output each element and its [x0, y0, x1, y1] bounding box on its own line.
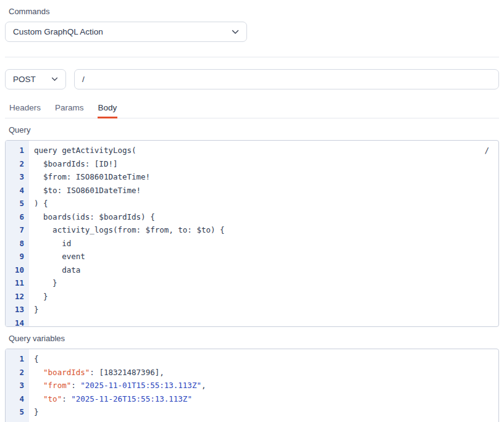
commands-label: Commands: [9, 7, 499, 17]
editor-overlay-slash: /: [484, 144, 489, 157]
line-number-gutter: 12345: [6, 349, 29, 422]
code-line: boards(ids: $boardIds) {: [34, 210, 498, 224]
line-number: 6: [6, 210, 24, 224]
line-number: 7: [6, 223, 24, 237]
query-variables-content[interactable]: { "boardIds": [18321487396], "from": "20…: [29, 349, 498, 422]
line-number: 2: [6, 157, 24, 171]
tab-params[interactable]: Params: [54, 99, 85, 118]
query-code-editor[interactable]: 1234567891011121314 query getActivityLog…: [5, 140, 499, 327]
line-number: 4: [6, 184, 24, 197]
code-line: "to": "2025-11-26T15:55:13.113Z": [34, 392, 498, 406]
line-number: 5: [6, 405, 24, 419]
code-line: {: [34, 352, 498, 366]
code-line: event: [34, 250, 498, 263]
commands-select[interactable]: Custom GraphQL Action: [5, 22, 247, 42]
line-number: 1: [6, 352, 24, 366]
code-line: "boardIds": [18321487396],: [34, 366, 498, 379]
section-divider: [5, 57, 499, 57]
line-number: 11: [6, 276, 24, 290]
http-method-select[interactable]: POST: [5, 69, 66, 89]
command-builder-panel: Commands Custom GraphQL Action POST / He…: [0, 0, 504, 422]
query-label: Query: [9, 125, 499, 135]
tab-headers[interactable]: Headers: [9, 99, 41, 118]
request-url-value: /: [82, 75, 85, 84]
code-line: [34, 316, 498, 327]
line-number: 14: [6, 316, 24, 328]
code-line: ) {: [34, 197, 498, 210]
tab-body[interactable]: Body: [98, 99, 118, 118]
code-line: }: [34, 276, 498, 290]
code-line: }: [34, 290, 498, 304]
code-line: "from": "2025-11-01T15:55:13.113Z",: [34, 379, 498, 392]
code-line: }: [34, 303, 498, 316]
line-number: 8: [6, 237, 24, 250]
code-line: activity_logs(from: $from, to: $to) {: [34, 223, 498, 237]
line-number: 4: [6, 392, 24, 406]
line-number: 5: [6, 197, 24, 210]
query-variables-label: Query variables: [9, 334, 499, 344]
query-code-content[interactable]: query getActivityLogs( $boardIds: [ID!] …: [29, 141, 498, 326]
code-line: $from: ISO8601DateTime!: [34, 170, 498, 184]
line-number: 2: [6, 366, 24, 379]
code-line: $boardIds: [ID!]: [34, 157, 498, 171]
line-number: 9: [6, 250, 24, 263]
line-number: 10: [6, 263, 24, 277]
line-number: 3: [6, 379, 24, 392]
code-line: $to: ISO8601DateTime!: [34, 184, 498, 197]
http-method-value: POST: [13, 75, 36, 84]
line-number: 3: [6, 170, 24, 184]
commands-select-value: Custom GraphQL Action: [13, 27, 103, 36]
code-line: data: [34, 263, 498, 277]
query-variables-editor[interactable]: 12345 { "boardIds": [18321487396], "from…: [5, 349, 499, 422]
code-line: query getActivityLogs(: [34, 144, 498, 157]
chevron-down-icon: [51, 77, 58, 81]
request-tabs: Headers Params Body: [5, 99, 499, 118]
code-line: id: [34, 237, 498, 250]
line-number: 12: [6, 290, 24, 304]
line-number: 13: [6, 303, 24, 316]
request-url-input[interactable]: /: [74, 69, 499, 89]
chevron-down-icon: [232, 30, 239, 35]
code-line: }: [34, 405, 498, 419]
line-number-gutter: 1234567891011121314: [6, 141, 29, 326]
request-row: POST /: [5, 69, 499, 89]
line-number: 1: [6, 144, 24, 157]
